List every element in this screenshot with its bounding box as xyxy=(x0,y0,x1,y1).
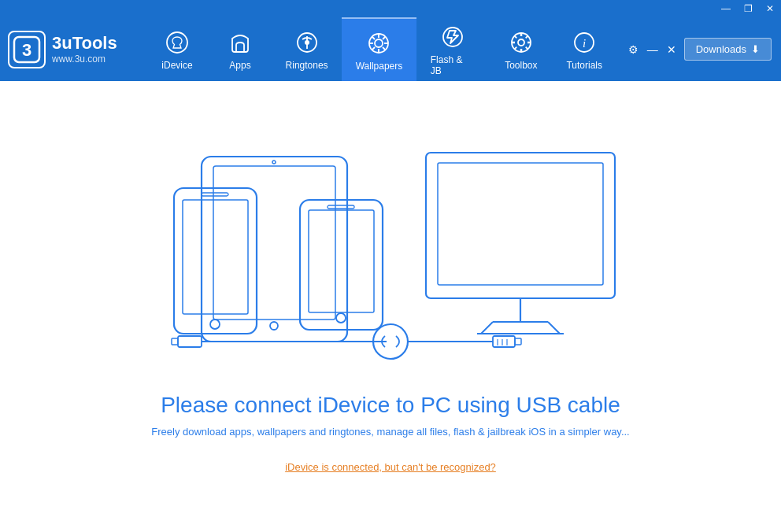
logo-area: 3 3uTools www.3u.com xyxy=(0,17,146,81)
svg-rect-24 xyxy=(174,188,257,334)
svg-rect-27 xyxy=(202,193,228,196)
svg-line-12 xyxy=(383,47,386,50)
svg-line-11 xyxy=(372,36,376,39)
svg-text:i: i xyxy=(583,37,586,50)
toolbox-icon xyxy=(507,28,535,57)
svg-line-37 xyxy=(548,322,560,334)
svg-rect-33 xyxy=(438,163,603,285)
svg-rect-29 xyxy=(309,210,374,312)
svg-rect-40 xyxy=(178,336,202,347)
svg-rect-45 xyxy=(515,338,521,345)
svg-rect-31 xyxy=(328,205,354,209)
connect-title: Please connect iDevice to PC using USB c… xyxy=(161,393,620,418)
svg-point-6 xyxy=(375,39,383,47)
tab-apps[interactable]: Apps xyxy=(209,17,272,81)
nav-tabs: iDevice Apps xyxy=(146,17,616,81)
svg-line-14 xyxy=(372,47,376,50)
header-right: ⚙ — ✕ Downloads ⬇ xyxy=(616,17,781,81)
download-arrow-icon: ⬇ xyxy=(751,43,760,55)
tutorials-icon: i xyxy=(570,28,598,57)
svg-rect-41 xyxy=(172,338,178,345)
settings-icon[interactable]: ⚙ xyxy=(626,42,642,57)
svg-point-2 xyxy=(167,32,187,53)
svg-point-22 xyxy=(270,322,278,330)
svg-rect-21 xyxy=(213,166,335,320)
downloads-button[interactable]: Downloads ⬇ xyxy=(684,38,772,61)
svg-point-26 xyxy=(210,320,220,329)
svg-text:3: 3 xyxy=(22,40,31,60)
restore-button[interactable]: ❐ xyxy=(737,0,759,17)
minimize-button[interactable]: — xyxy=(715,0,737,17)
tab-toolbox[interactable]: Toolbox xyxy=(490,17,553,81)
idevice-icon xyxy=(163,28,191,57)
apps-icon xyxy=(226,28,254,57)
svg-point-17 xyxy=(518,39,524,46)
svg-rect-28 xyxy=(300,200,383,330)
svg-rect-44 xyxy=(493,336,515,347)
svg-rect-32 xyxy=(426,153,615,298)
svg-line-13 xyxy=(383,36,386,39)
minimize-icon[interactable]: — xyxy=(645,42,661,57)
svg-point-30 xyxy=(336,313,346,323)
tab-idevice[interactable]: iDevice xyxy=(146,17,209,81)
ringtones-icon xyxy=(293,28,321,57)
recognize-link[interactable]: iDevice is connected, but can't be recog… xyxy=(285,461,496,473)
device-illustration xyxy=(154,141,627,369)
main-content: Please connect iDevice to PC using USB c… xyxy=(0,81,781,532)
close-button[interactable]: ✕ xyxy=(759,0,781,17)
logo-text: 3uTools www.3u.com xyxy=(52,34,117,64)
wallpapers-icon xyxy=(365,29,393,57)
flash-icon xyxy=(439,23,467,51)
tab-ringtones[interactable]: Ringtones xyxy=(272,17,342,81)
tab-tutorials[interactable]: i Tutorials xyxy=(553,17,616,81)
tab-wallpapers[interactable]: Wallpapers xyxy=(342,17,416,81)
tab-flash-jb[interactable]: Flash & JB xyxy=(416,17,490,81)
svg-point-23 xyxy=(272,161,276,164)
close-icon[interactable]: ✕ xyxy=(664,42,679,57)
svg-rect-25 xyxy=(183,200,248,314)
svg-line-36 xyxy=(481,322,493,334)
svg-point-4 xyxy=(305,40,309,45)
connect-subtitle: Freely download apps, wallpapers and rin… xyxy=(151,426,629,438)
logo-icon: 3 xyxy=(8,31,46,68)
